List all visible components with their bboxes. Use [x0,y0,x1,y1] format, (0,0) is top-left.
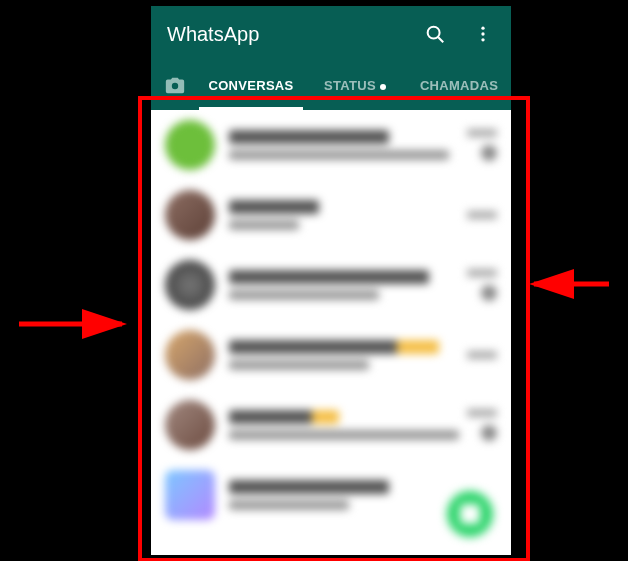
chat-row[interactable] [151,250,511,320]
chat-preview-blurred [229,500,349,510]
tab-conversas[interactable]: CONVERSAS [199,62,303,110]
tab-status[interactable]: STATUS [303,62,407,110]
phone-frame: WhatsApp [151,6,511,555]
camera-tab[interactable] [151,75,199,97]
chat-preview-blurred [229,150,449,160]
chat-info [229,340,443,370]
svg-point-2 [481,27,484,30]
chat-info [229,270,443,300]
svg-point-3 [481,32,484,35]
chat-meta [457,269,497,301]
chat-time-blurred [467,211,497,219]
chat-time-blurred [467,351,497,359]
chat-meta [457,351,497,359]
app-title: WhatsApp [167,23,259,46]
chat-info [229,480,443,510]
chat-name-blurred [229,200,319,214]
chat-info [229,130,443,160]
svg-line-1 [438,37,443,42]
app-header: WhatsApp [151,6,511,62]
chat-preview-blurred [229,220,299,230]
screenshot-stage: WhatsApp [0,0,628,561]
chat-row[interactable] [151,110,511,180]
avatar [165,260,215,310]
chat-meta [457,211,497,219]
chat-name-blurred [229,270,429,284]
chat-meta [457,129,497,161]
chat-badge-blurred [481,285,497,301]
avatar [165,470,215,520]
status-indicator-dot [380,84,386,90]
chat-time-blurred [467,129,497,137]
tab-status-label: STATUS [324,78,376,93]
svg-point-5 [172,83,178,89]
chat-time-blurred [467,409,497,417]
chat-meta [457,409,497,441]
avatar [165,190,215,240]
chat-row[interactable] [151,390,511,460]
more-options-icon[interactable] [471,22,495,46]
new-chat-icon [460,504,480,524]
chat-preview-blurred [229,360,369,370]
annotation-arrow-right [524,264,614,304]
chat-info [229,200,443,230]
tab-bar: CONVERSAS STATUS CHAMADAS [151,62,511,110]
annotation-arrow-left [14,304,134,344]
chat-preview-blurred [229,290,379,300]
chat-badge-blurred [481,425,497,441]
tab-conversas-label: CONVERSAS [208,78,293,93]
tab-chamadas-label: CHAMADAS [420,78,498,93]
chat-info [229,410,443,440]
chat-name-blurred [229,410,339,424]
chat-badge-blurred [481,145,497,161]
chat-name-blurred [229,480,389,494]
chat-row[interactable] [151,320,511,390]
search-icon[interactable] [423,22,447,46]
chat-name-blurred [229,130,389,144]
chat-list[interactable] [151,110,511,555]
avatar [165,400,215,450]
svg-point-0 [428,27,440,39]
chat-preview-blurred [229,430,459,440]
avatar [165,330,215,380]
header-actions [423,22,495,46]
avatar [165,120,215,170]
new-chat-fab[interactable] [447,491,493,537]
tab-chamadas[interactable]: CHAMADAS [407,62,511,110]
chat-row[interactable] [151,180,511,250]
chat-name-blurred [229,340,439,354]
chat-time-blurred [467,269,497,277]
svg-point-4 [481,38,484,41]
